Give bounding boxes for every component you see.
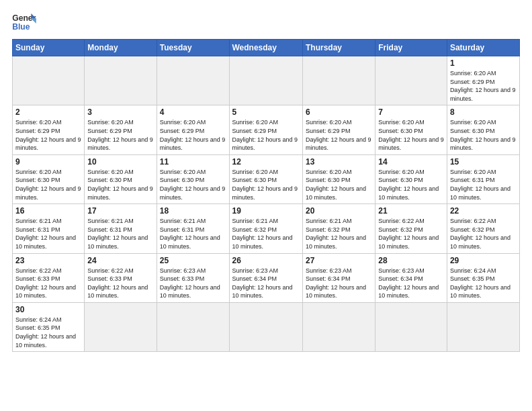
calendar-cell [375, 302, 447, 351]
weekday-header-monday: Monday [85, 40, 157, 56]
weekday-header-thursday: Thursday [302, 40, 375, 56]
day-info: Sunrise: 6:21 AM Sunset: 6:31 PM Dayligh… [160, 217, 226, 250]
weekday-header-saturday: Saturday [447, 40, 519, 56]
day-info: Sunrise: 6:20 AM Sunset: 6:29 PM Dayligh… [232, 118, 300, 152]
day-info: Sunrise: 6:20 AM Sunset: 6:30 PM Dayligh… [15, 168, 81, 201]
logo: General Blue [12, 12, 36, 32]
calendar-cell: 26Sunrise: 6:23 AM Sunset: 6:34 PM Dayli… [229, 253, 302, 302]
day-info: Sunrise: 6:22 AM Sunset: 6:33 PM Dayligh… [15, 267, 81, 300]
day-number: 17 [87, 206, 153, 216]
day-info: Sunrise: 6:24 AM Sunset: 6:35 PM Dayligh… [450, 267, 517, 300]
day-info: Sunrise: 6:20 AM Sunset: 6:29 PM Dayligh… [306, 118, 372, 152]
day-info: Sunrise: 6:22 AM Sunset: 6:32 PM Dayligh… [378, 217, 444, 250]
day-info: Sunrise: 6:20 AM Sunset: 6:29 PM Dayligh… [160, 118, 226, 152]
calendar-cell: 25Sunrise: 6:23 AM Sunset: 6:33 PM Dayli… [157, 253, 229, 302]
day-number: 16 [15, 206, 81, 216]
day-info: Sunrise: 6:20 AM Sunset: 6:29 PM Dayligh… [450, 69, 517, 103]
day-info: Sunrise: 6:22 AM Sunset: 6:32 PM Dayligh… [450, 217, 517, 250]
weekday-header-friday: Friday [375, 40, 447, 56]
calendar-cell: 19Sunrise: 6:21 AM Sunset: 6:32 PM Dayli… [229, 204, 302, 253]
day-number: 5 [232, 107, 300, 117]
calendar-cell [13, 56, 85, 105]
day-number: 12 [232, 157, 300, 167]
day-number: 30 [15, 305, 81, 314]
day-info: Sunrise: 6:20 AM Sunset: 6:30 PM Dayligh… [450, 118, 517, 152]
calendar-cell [447, 302, 519, 351]
generalblue-logo-icon: General Blue [12, 12, 36, 32]
weekday-header-tuesday: Tuesday [157, 40, 229, 56]
calendar-cell: 1Sunrise: 6:20 AM Sunset: 6:29 PM Daylig… [447, 56, 519, 105]
calendar-cell: 20Sunrise: 6:21 AM Sunset: 6:32 PM Dayli… [302, 204, 375, 253]
calendar-cell: 18Sunrise: 6:21 AM Sunset: 6:31 PM Dayli… [157, 204, 229, 253]
calendar-cell: 10Sunrise: 6:20 AM Sunset: 6:30 PM Dayli… [85, 154, 157, 203]
day-info: Sunrise: 6:20 AM Sunset: 6:30 PM Dayligh… [232, 168, 300, 201]
day-info: Sunrise: 6:21 AM Sunset: 6:32 PM Dayligh… [306, 217, 372, 250]
day-number: 20 [306, 206, 372, 216]
calendar-cell: 9Sunrise: 6:20 AM Sunset: 6:30 PM Daylig… [13, 154, 85, 203]
calendar-cell: 16Sunrise: 6:21 AM Sunset: 6:31 PM Dayli… [13, 204, 85, 253]
calendar-cell: 3Sunrise: 6:20 AM Sunset: 6:29 PM Daylig… [85, 105, 157, 154]
weekday-header-sunday: Sunday [13, 40, 85, 56]
day-number: 24 [87, 256, 153, 265]
day-number: 7 [378, 107, 444, 117]
calendar-cell: 21Sunrise: 6:22 AM Sunset: 6:32 PM Dayli… [375, 204, 447, 253]
day-info: Sunrise: 6:20 AM Sunset: 6:30 PM Dayligh… [87, 168, 153, 201]
day-number: 29 [450, 256, 517, 265]
calendar-cell [375, 56, 447, 105]
day-number: 14 [378, 157, 444, 167]
day-number: 23 [15, 256, 81, 265]
calendar-cell: 14Sunrise: 6:20 AM Sunset: 6:30 PM Dayli… [375, 154, 447, 203]
day-info: Sunrise: 6:20 AM Sunset: 6:30 PM Dayligh… [306, 168, 372, 201]
day-number: 25 [160, 256, 226, 265]
day-info: Sunrise: 6:22 AM Sunset: 6:33 PM Dayligh… [87, 267, 153, 300]
day-number: 28 [378, 256, 444, 265]
day-info: Sunrise: 6:21 AM Sunset: 6:31 PM Dayligh… [15, 217, 81, 250]
calendar-cell [157, 56, 229, 105]
day-number: 11 [160, 157, 226, 167]
calendar-cell: 27Sunrise: 6:23 AM Sunset: 6:34 PM Dayli… [302, 253, 375, 302]
calendar-cell [302, 302, 375, 351]
calendar-cell [229, 56, 302, 105]
day-info: Sunrise: 6:23 AM Sunset: 6:34 PM Dayligh… [306, 267, 372, 300]
day-number: 19 [232, 206, 300, 216]
day-number: 9 [15, 157, 81, 167]
calendar-cell: 23Sunrise: 6:22 AM Sunset: 6:33 PM Dayli… [13, 253, 85, 302]
day-info: Sunrise: 6:20 AM Sunset: 6:30 PM Dayligh… [378, 118, 444, 152]
day-info: Sunrise: 6:21 AM Sunset: 6:32 PM Dayligh… [232, 217, 300, 250]
day-info: Sunrise: 6:23 AM Sunset: 6:34 PM Dayligh… [232, 267, 300, 300]
calendar-cell: 12Sunrise: 6:20 AM Sunset: 6:30 PM Dayli… [229, 154, 302, 203]
calendar-cell: 17Sunrise: 6:21 AM Sunset: 6:31 PM Dayli… [85, 204, 157, 253]
day-number: 22 [450, 206, 517, 216]
day-number: 8 [450, 107, 517, 117]
day-number: 13 [306, 157, 372, 167]
calendar-cell: 29Sunrise: 6:24 AM Sunset: 6:35 PM Dayli… [447, 253, 519, 302]
calendar-cell: 15Sunrise: 6:20 AM Sunset: 6:31 PM Dayli… [447, 154, 519, 203]
calendar: SundayMondayTuesdayWednesdayThursdayFrid… [12, 39, 520, 352]
calendar-cell [229, 302, 302, 351]
calendar-cell: 11Sunrise: 6:20 AM Sunset: 6:30 PM Dayli… [157, 154, 229, 203]
day-number: 21 [378, 206, 444, 216]
day-number: 4 [160, 107, 226, 117]
calendar-cell: 7Sunrise: 6:20 AM Sunset: 6:30 PM Daylig… [375, 105, 447, 154]
page: General Blue SundayMondayTuesdayWednesda… [0, 0, 532, 411]
calendar-cell [157, 302, 229, 351]
day-info: Sunrise: 6:20 AM Sunset: 6:30 PM Dayligh… [160, 168, 226, 201]
calendar-cell: 24Sunrise: 6:22 AM Sunset: 6:33 PM Dayli… [85, 253, 157, 302]
day-info: Sunrise: 6:20 AM Sunset: 6:29 PM Dayligh… [15, 118, 81, 152]
calendar-cell: 30Sunrise: 6:24 AM Sunset: 6:35 PM Dayli… [13, 302, 85, 351]
calendar-cell [85, 56, 157, 105]
calendar-cell: 5Sunrise: 6:20 AM Sunset: 6:29 PM Daylig… [229, 105, 302, 154]
day-number: 1 [450, 58, 517, 68]
day-info: Sunrise: 6:20 AM Sunset: 6:31 PM Dayligh… [450, 168, 517, 201]
calendar-cell: 2Sunrise: 6:20 AM Sunset: 6:29 PM Daylig… [13, 105, 85, 154]
calendar-cell: 13Sunrise: 6:20 AM Sunset: 6:30 PM Dayli… [302, 154, 375, 203]
day-number: 15 [450, 157, 517, 167]
day-info: Sunrise: 6:20 AM Sunset: 6:30 PM Dayligh… [378, 168, 444, 201]
calendar-cell: 28Sunrise: 6:23 AM Sunset: 6:34 PM Dayli… [375, 253, 447, 302]
day-info: Sunrise: 6:24 AM Sunset: 6:35 PM Dayligh… [15, 316, 81, 349]
calendar-cell: 6Sunrise: 6:20 AM Sunset: 6:29 PM Daylig… [302, 105, 375, 154]
calendar-cell [85, 302, 157, 351]
svg-text:Blue: Blue [12, 22, 30, 32]
header: General Blue [12, 12, 520, 32]
day-number: 6 [306, 107, 372, 117]
